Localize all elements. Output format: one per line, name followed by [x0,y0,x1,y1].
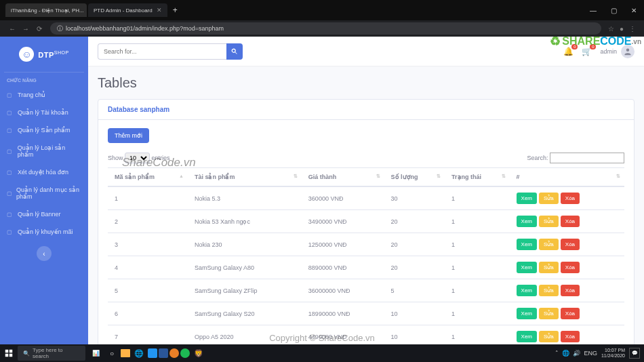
tb-app-spotify[interactable] [180,348,190,358]
sidebar-item[interactable]: Quản lý Tài khoản [0,104,88,121]
tb-app-word[interactable] [159,348,168,358]
minimize-button[interactable]: — [583,2,603,18]
col-status[interactable]: Trạng thái⇅ [445,168,510,187]
table-header-row: Mã sản phẩm▲ Tài sản phẩm⇅ Giá thành⇅ Số… [108,168,624,187]
notifications-button[interactable]: 💬 [629,348,640,359]
system-tray[interactable]: ˄ 🌐 🔊 ENG [555,350,597,357]
del-button[interactable]: Xóa [561,308,580,319]
window-controls: — ▢ ✕ [583,2,644,18]
clock-time: 10:07 PM [605,348,625,353]
tb-app-vscode[interactable] [148,348,157,358]
start-button[interactable] [0,344,18,362]
edit-button[interactable]: Sửa [539,331,559,342]
edit-button[interactable]: Sửa [539,239,559,250]
sidebar-item[interactable]: Quản lý danh mục sản phẩm [0,181,88,205]
tb-app-brave[interactable]: 🦁 [191,346,206,361]
col-qty[interactable]: Số lượng⇅ [384,168,445,187]
edit-button[interactable]: Sửa [539,285,559,296]
view-button[interactable]: Xem [517,308,537,319]
back-button[interactable]: ← [5,25,19,33]
tb-app-chrome[interactable]: 🌐 [132,346,146,361]
edit-button[interactable]: Sửa [539,308,559,319]
taskbar-right: ˄ 🌐 🔊 ENG 10:07 PM 11/24/2020 💬 [555,348,644,359]
edit-button[interactable]: Sửa [539,216,559,227]
browser-tab[interactable]: iThanh&ng - Điện Thoại, PH... ✕ [5,3,87,17]
sidebar-toggle[interactable]: ‹ [37,246,52,261]
taskbar-search[interactable]: 🔍 Type here to search [18,346,85,361]
close-icon[interactable]: ✕ [157,7,162,14]
sidebar-item[interactable]: Xét duyệt hóa đơn [0,163,88,181]
watermark-center-2: Copyright © ShareCode.vn [269,333,375,343]
cell-name: SamSung Galaxy S20 [188,302,302,325]
tray-volume-icon[interactable]: 🔊 [573,350,580,357]
tb-app-cortana[interactable]: ○ [104,346,119,361]
tray-network-icon[interactable]: 🌐 [562,350,569,357]
menu-icon[interactable]: ⋮ [626,25,639,33]
datatable-search-input[interactable] [550,153,624,163]
nav-icon [7,127,14,134]
cell-price: 1250000 VNĐ [302,233,384,256]
tb-app-1[interactable]: 📊 [88,346,103,361]
sidebar-item[interactable]: Quản lý Banner [0,205,88,223]
sort-icon: ⇅ [437,174,441,179]
browser-tab-active[interactable]: PTD Admin - Dashboard ✕ [88,3,167,17]
cell-id: 7 [108,325,188,345]
view-button[interactable]: Xem [517,216,537,227]
tray-lang-icon[interactable]: ENG [584,350,597,357]
close-button[interactable]: ✕ [624,2,644,18]
col-name[interactable]: Tài sản phẩm⇅ [188,168,302,187]
brand[interactable]: ☺ DTPSHOP [0,37,88,72]
col-actions[interactable]: #⇅ [510,168,624,187]
del-button[interactable]: Xóa [561,285,580,296]
maximize-button[interactable]: ▢ [603,2,624,18]
reload-button[interactable]: ⟳ [33,25,46,33]
table-row: 4SamSung Galaxy A808890000 VNĐ201XemSửaX… [108,256,624,279]
url-bar[interactable]: ⓘ localhost/webbanhang01/admin/index.php… [50,22,601,35]
sidebar-item[interactable]: Trang chủ [0,86,88,104]
del-button[interactable]: Xóa [561,331,580,342]
cell-qty: 10 [384,325,445,345]
tray-chevron-icon[interactable]: ˄ [555,350,559,357]
sort-icon: ⇅ [616,174,620,179]
taskbar-left: 🔍 Type here to search 📊 ○ 🌐 🦁 [0,344,206,362]
card: Database sanpham Thêm mới Show 10 entrie… [98,99,635,344]
del-button[interactable]: Xóa [561,262,580,273]
edit-button[interactable]: Sửa [539,193,559,204]
nav-icon [7,169,14,176]
forward-button[interactable]: → [19,25,33,33]
taskbar: 🔍 Type here to search 📊 ○ 🌐 🦁 ˄ 🌐 🔊 ENG … [0,344,644,362]
view-button[interactable]: Xem [517,193,537,204]
main-content: 🔔0 🛒0 admin Tables Database sanpham Thêm… [88,37,644,344]
tb-app-explorer[interactable] [121,349,130,357]
col-price[interactable]: Giá thành⇅ [302,168,384,187]
view-button[interactable]: Xem [517,331,537,342]
sort-icon: ⇅ [376,174,380,179]
table-row: 6SamSung Galaxy S2018990000 VNĐ101XemSửa… [108,302,624,325]
svg-rect-1 [9,350,13,353]
new-tab-button[interactable]: + [169,5,182,15]
table-row: 2Nokia 53 Xanh ngọc3490000 VNĐ201XemSửaX… [108,210,624,233]
wm-share: SHARE [562,35,600,47]
nav-label: Quản lý Sản phẩm [18,127,71,134]
edit-button[interactable]: Sửa [539,262,559,273]
sidebar-item[interactable]: Quản lý Sản phẩm [0,121,88,139]
search-button[interactable] [226,43,243,60]
del-button[interactable]: Xóa [561,193,580,204]
sidebar-item[interactable]: Quản lý khuyến mãi [0,223,88,241]
sort-icon: ⇅ [502,174,506,179]
search-input[interactable] [98,43,226,60]
view-button[interactable]: Xem [517,285,537,296]
view-button[interactable]: Xem [517,262,537,273]
content-area: Tables Database sanpham Thêm mới Show 10… [88,66,644,344]
del-button[interactable]: Xóa [561,216,580,227]
add-button[interactable]: Thêm mới [108,128,149,143]
col-id[interactable]: Mã sản phẩm▲ [108,168,188,187]
tb-app-xampp[interactable] [169,348,179,358]
cell-price: 8890000 VNĐ [302,256,384,279]
sidebar-item[interactable]: Quản lý Loại sản phẩm [0,139,88,163]
profile-icon[interactable]: ● [617,25,626,33]
taskbar-clock[interactable]: 10:07 PM 11/24/2020 [601,348,625,358]
del-button[interactable]: Xóa [561,239,580,250]
view-button[interactable]: Xem [517,239,537,250]
bookmark-icon[interactable]: ☆ [605,25,617,33]
